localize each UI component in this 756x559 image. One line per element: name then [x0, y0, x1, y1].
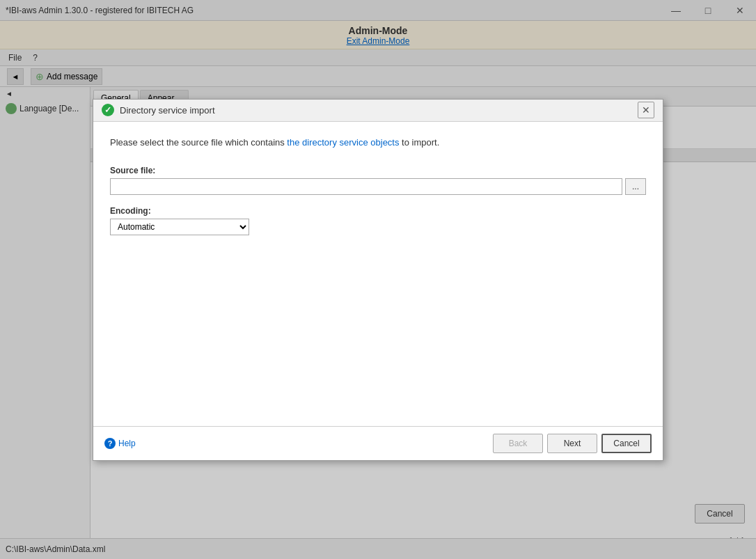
description-highlight: the directory service objects	[287, 137, 399, 148]
source-file-label: Source file:	[110, 166, 646, 175]
description-prefix: Please select the source file which cont…	[110, 137, 287, 148]
encoding-label: Encoding:	[110, 206, 646, 216]
dialog-titlebar: ✓ Directory service import ✕	[93, 100, 663, 122]
source-file-row: ...	[110, 178, 646, 195]
source-file-group: Source file: ...	[110, 166, 646, 195]
dialog-description: Please select the source file which cont…	[110, 136, 646, 150]
dialog-overlay: ✓ Directory service import ✕ Please sele…	[0, 0, 756, 559]
dialog-title-text: Directory service import	[120, 105, 638, 116]
dialog-footer-left: ? Help	[104, 438, 136, 449]
cancel-button[interactable]: Cancel	[601, 434, 652, 453]
description-suffix: to import.	[399, 137, 439, 148]
source-file-input[interactable]	[110, 178, 622, 195]
next-button[interactable]: Next	[547, 434, 597, 453]
browse-button[interactable]: ...	[625, 178, 646, 195]
encoding-select[interactable]: Automatic UTF-8 UTF-16 ISO-8859-1	[110, 219, 249, 235]
dialog-title-icon: ✓	[102, 104, 114, 116]
dialog-footer-right: Back Next Cancel	[493, 434, 652, 453]
checkmark-icon: ✓	[104, 105, 111, 115]
dialog-body: Please select the source file which cont…	[93, 122, 663, 426]
help-link[interactable]: Help	[118, 439, 136, 448]
dialog-footer: ? Help Back Next Cancel	[93, 426, 663, 460]
dialog-close-button[interactable]: ✕	[638, 102, 654, 118]
directory-service-import-dialog: ✓ Directory service import ✕ Please sele…	[93, 99, 663, 461]
help-icon: ?	[104, 438, 116, 449]
encoding-group: Encoding: Automatic UTF-8 UTF-16 ISO-885…	[110, 206, 646, 235]
back-button[interactable]: Back	[493, 434, 543, 453]
